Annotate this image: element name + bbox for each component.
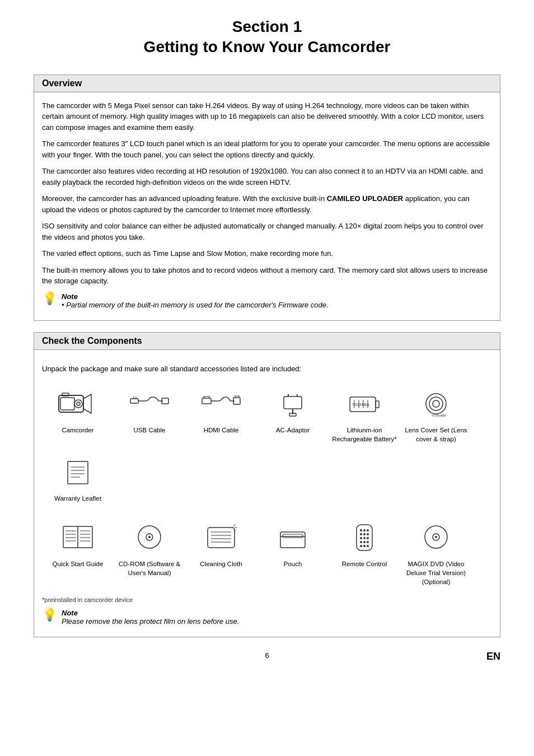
svg-point-63	[367, 529, 369, 531]
component-pouch-label: Pouch	[284, 559, 302, 568]
overview-para-3: The camcorder also features video record…	[42, 166, 492, 188]
component-hdmi-cable: HDMI Cable	[188, 384, 255, 444]
component-battery: TOSHIBA Lithiunm-ion Rechargeable Batter…	[331, 384, 398, 444]
component-usb-cable: USB Cable	[116, 384, 183, 444]
svg-point-68	[363, 537, 366, 539]
overview-content: The camcorder with 5 Mega Pixel sensor c…	[34, 92, 500, 320]
cleaning-cloth-icon	[199, 518, 243, 557]
overview-para-6: The varied effect options, such as Time …	[42, 248, 492, 259]
component-lens-cover-label: Lens Cover Set (Lens cover & strap)	[402, 426, 470, 444]
overview-para-7: The built-in memory allows you to take p…	[42, 265, 492, 287]
overview-note: 💡 Note • Partial memory of the built-in …	[42, 292, 492, 309]
component-hdmi-cable-label: HDMI Cable	[204, 426, 239, 435]
note-icon-2: 💡	[42, 608, 57, 622]
svg-point-65	[363, 533, 366, 535]
component-cleaning-cloth-label: Cleaning Cloth	[200, 559, 242, 568]
component-warranty-leaflet: Warranty Leaflet	[44, 452, 111, 503]
component-magix-dvd: MAGIX DVD (Video Deluxe Trial Version) (…	[402, 518, 470, 586]
svg-line-55	[233, 524, 236, 526]
remote-control-icon	[342, 518, 387, 557]
svg-point-70	[360, 541, 362, 543]
component-quick-guide-label: Quick Start Guide	[53, 559, 104, 568]
components-grid-row1: Camcorder USB Cable	[42, 380, 492, 507]
components-content: Unpack the package and make sure all sta…	[34, 350, 500, 637]
svg-point-29	[429, 397, 443, 410]
svg-rect-1	[60, 398, 74, 410]
svg-point-30	[433, 400, 439, 407]
svg-rect-16	[284, 396, 302, 409]
overview-para-2: The camcorder features 3″ LCD touch pane…	[42, 138, 492, 160]
cd-rom-icon	[127, 518, 172, 557]
svg-point-73	[360, 545, 362, 547]
svg-point-69	[367, 537, 369, 539]
svg-point-64	[360, 533, 362, 535]
svg-point-49	[148, 536, 151, 538]
components-section: Check the Components Unpack the package …	[34, 332, 500, 637]
overview-section: Overview The camcorder with 5 Mega Pixel…	[34, 74, 500, 321]
svg-point-71	[363, 541, 366, 543]
component-magix-dvd-label: MAGIX DVD (Video Deluxe Trial Version) (…	[402, 559, 470, 586]
components-note-label: Note	[62, 609, 239, 617]
svg-point-78	[435, 536, 437, 538]
component-camcorder: Camcorder	[44, 384, 111, 444]
svg-rect-6	[130, 399, 138, 403]
component-cd-rom: CD-ROM (Software & User's Manual)	[116, 518, 183, 586]
component-usb-cable-label: USB Cable	[134, 426, 166, 435]
component-battery-label: Lithiunm-ion Rechargeable Battery*	[331, 426, 398, 444]
component-lens-cover: TOSHIBA Lens Cover Set (Lens cover & str…	[402, 384, 470, 444]
svg-point-74	[363, 545, 366, 547]
note-icon: 💡	[42, 291, 57, 306]
pouch-icon	[270, 518, 315, 557]
svg-rect-22	[376, 401, 379, 408]
header-line1: Section 1	[232, 18, 302, 35]
overview-para-1: The camcorder with 5 Mega Pixel sensor c…	[42, 100, 492, 133]
battery-icon: TOSHIBA	[342, 384, 387, 423]
camcorder-icon	[55, 384, 100, 423]
component-pouch: Pouch	[259, 518, 326, 586]
svg-point-75	[367, 545, 369, 547]
overview-note-label: Note	[62, 292, 329, 301]
svg-rect-5	[62, 393, 69, 396]
preinstalled-note: *preinstalled in camcorder device	[42, 596, 492, 603]
overview-note-body: Partial memory of the built-in memory is…	[66, 301, 328, 309]
hdmi-cable-icon	[199, 384, 243, 423]
component-cleaning-cloth: Cleaning Cloth	[188, 518, 255, 586]
components-note-body: Please remove the lens protect film on l…	[62, 617, 239, 626]
svg-point-61	[360, 529, 362, 531]
component-cd-rom-label: CD-ROM (Software & User's Manual)	[116, 559, 183, 577]
components-intro: Unpack the package and make sure all sta…	[42, 363, 492, 375]
component-remote: Remote Control	[331, 518, 398, 586]
overview-title: Overview	[34, 75, 500, 92]
components-grid-row2: Quick Start Guide CD-ROM (Software & Use…	[42, 514, 492, 591]
ac-adaptor-icon	[270, 384, 315, 423]
svg-rect-59	[283, 534, 303, 538]
svg-text:TOSHIBA: TOSHIBA	[432, 414, 446, 417]
svg-marker-4	[83, 394, 91, 413]
page-header: Section 1 Getting to Know Your Camcorder	[34, 17, 500, 58]
component-ac-adaptor: AC-Adaptor	[259, 384, 326, 444]
usb-cable-icon	[127, 384, 172, 423]
lens-cover-icon: TOSHIBA	[414, 384, 458, 423]
svg-rect-32	[68, 461, 88, 484]
components-title: Check the Components	[34, 333, 500, 350]
components-note: 💡 Note Please remove the lens protect fi…	[42, 609, 492, 626]
svg-rect-18	[289, 413, 296, 416]
en-label: EN	[269, 651, 500, 662]
component-remote-label: Remote Control	[342, 559, 387, 568]
header-line2: Getting to Know Your Camcorder	[144, 38, 391, 55]
overview-para-5: ISO sensitivity and color balance can ei…	[42, 221, 492, 242]
svg-rect-12	[202, 398, 211, 404]
svg-text:TOSHIBA: TOSHIBA	[352, 403, 369, 407]
warranty-leaflet-icon	[55, 452, 100, 492]
quick-guide-icon	[55, 518, 100, 557]
component-quick-guide: Quick Start Guide	[44, 518, 111, 586]
svg-point-72	[367, 541, 369, 543]
svg-point-62	[363, 529, 366, 531]
overview-para-4: Moreover, the camcorder has an advanced …	[42, 193, 492, 215]
svg-point-67	[360, 537, 362, 539]
svg-point-2	[74, 400, 82, 408]
component-camcorder-label: Camcorder	[62, 426, 94, 435]
component-warranty-leaflet-label: Warranty Leaflet	[54, 494, 101, 503]
page-number: 6	[265, 651, 269, 660]
component-ac-adaptor-label: AC-Adaptor	[276, 426, 310, 435]
